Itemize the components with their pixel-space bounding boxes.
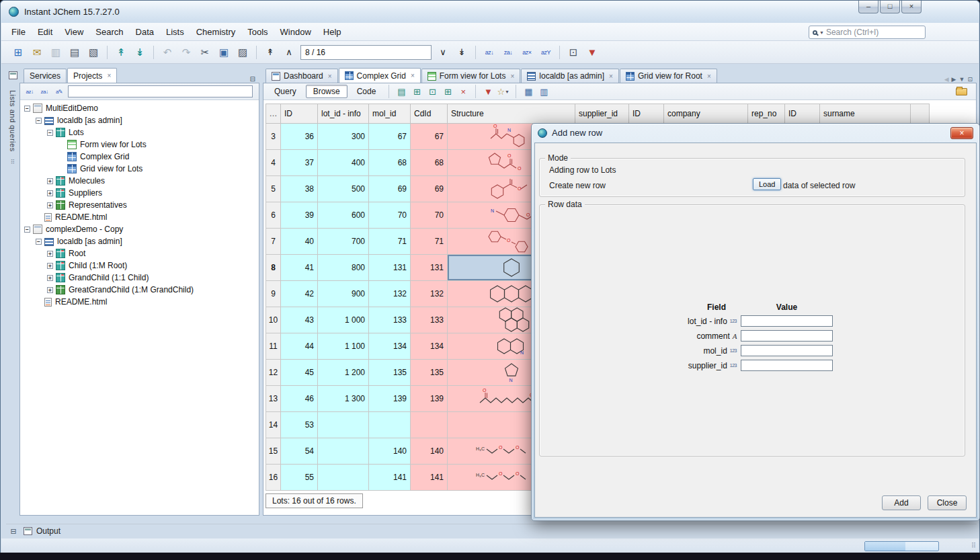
table-view-icon[interactable]: ▦ <box>522 87 535 97</box>
window-group-icon[interactable]: ⊡ <box>565 44 582 61</box>
open-folder-icon[interactable] <box>956 88 967 95</box>
cell-cdid[interactable]: 140 <box>411 438 448 465</box>
cut-icon[interactable]: ✂ <box>196 44 214 61</box>
favorites-dropdown[interactable]: ☆▼ <box>497 87 510 97</box>
edit-row-icon[interactable]: ▤ <box>395 87 408 97</box>
cell-mol-id[interactable]: 139 <box>369 386 411 412</box>
browse-mode-button[interactable]: Browse <box>306 85 348 98</box>
db-export-icon[interactable]: ↡ <box>131 44 149 61</box>
cell-id[interactable]: 43 <box>281 307 318 333</box>
column-header-surname[interactable]: surname <box>820 104 911 124</box>
add-row-icon[interactable]: ⊞ <box>410 87 423 97</box>
cell-mol-id[interactable]: 140 <box>369 438 411 465</box>
expander-icon[interactable]: + <box>47 202 53 208</box>
db-import-icon[interactable]: ↟ <box>112 44 130 61</box>
cell-cdid[interactable]: 134 <box>411 333 448 360</box>
resize-grip-icon[interactable]: ⠿ <box>971 542 976 549</box>
row-number[interactable]: 15 <box>266 438 281 465</box>
menu-file[interactable]: File <box>5 25 32 39</box>
minimize-button[interactable]: – <box>858 1 879 13</box>
tree-item-readme-html[interactable]: README.html <box>20 296 259 308</box>
cell-id[interactable]: 41 <box>281 255 318 281</box>
query-mode-button[interactable]: Query <box>267 85 304 98</box>
cell-mol-id[interactable]: 69 <box>369 176 411 202</box>
row-number[interactable]: 8 <box>266 255 281 281</box>
cell-cdid[interactable]: 139 <box>411 386 448 412</box>
row-number[interactable]: 12 <box>266 360 281 386</box>
first-record-icon[interactable]: ↟ <box>261 44 279 61</box>
tab-localdb-as-admin[interactable]: localdb [as admin]× <box>521 69 619 83</box>
cell-id[interactable]: 54 <box>281 438 318 465</box>
close-tab-icon[interactable]: × <box>707 73 711 80</box>
maximize-view-icon[interactable]: ⊡ <box>967 76 973 83</box>
expander-icon[interactable]: + <box>47 178 53 184</box>
column-header-supplier-id[interactable]: supplier_id <box>575 104 629 124</box>
column-header-rep-no[interactable]: rep_no <box>748 104 785 124</box>
cell-lot-id[interactable]: 1 000 <box>318 307 369 333</box>
row-number[interactable]: 16 <box>266 465 281 491</box>
titlebar[interactable]: Instant JChem 15.7.27.0 – □ × <box>1 1 979 23</box>
cell-cdid[interactable]: 67 <box>411 124 448 150</box>
row-number[interactable]: 7 <box>266 229 281 255</box>
row-number[interactable]: 10 <box>266 307 281 333</box>
filter-icon[interactable]: ▼ <box>583 44 601 61</box>
dialog-close-icon[interactable]: × <box>950 127 973 139</box>
tree-item-localdb-as-admin[interactable]: −localdb [as admin] <box>20 235 259 247</box>
minimize-panel-icon[interactable]: ⊟ <box>250 75 255 83</box>
cell-id[interactable]: 42 <box>281 281 318 307</box>
column-header-mol-id[interactable]: mol_id <box>369 104 411 124</box>
scroll-tabs-left-icon[interactable]: ◀ <box>944 76 949 83</box>
cell-mol-id[interactable]: 141 <box>369 465 411 491</box>
open-icon[interactable]: ✉ <box>28 44 46 61</box>
menu-window[interactable]: Window <box>274 25 317 39</box>
column-header-company[interactable]: company <box>664 104 748 124</box>
cell-lot-id[interactable]: 1 100 <box>318 333 369 360</box>
column-header-id[interactable]: ID <box>281 104 318 124</box>
scroll-tabs-right-icon[interactable]: ▶ <box>952 76 956 83</box>
cell-id[interactable]: 40 <box>281 229 318 255</box>
code-mode-button[interactable]: Code <box>350 85 384 98</box>
cell-mol-id[interactable]: 67 <box>369 124 411 150</box>
dialog-titlebar[interactable]: Add new row × <box>532 124 979 142</box>
last-record-icon[interactable]: ↡ <box>453 44 471 61</box>
cell-lot-id[interactable]: 1 300 <box>318 386 369 412</box>
tree-item-grid-view-for-lots[interactable]: Grid view for Lots <box>20 163 259 175</box>
search-dropdown-icon[interactable]: ▼ <box>819 30 824 35</box>
tree-item-grandchild-1-1-child[interactable]: +GrandChild (1:1 Child) <box>20 272 259 284</box>
cell-cdid[interactable]: 131 <box>411 255 448 281</box>
sort-descending-icon[interactable]: za↓ <box>38 89 50 95</box>
tree-item-child-1-m-root[interactable]: +Child (1:M Root) <box>20 259 259 272</box>
cell-mol-id[interactable]: 135 <box>369 360 411 386</box>
cell-id[interactable]: 44 <box>281 333 318 360</box>
cell-mol-id[interactable]: 133 <box>369 307 411 333</box>
mol-id-input[interactable] <box>741 345 833 356</box>
cell-id[interactable]: 55 <box>281 465 318 491</box>
row-number[interactable]: 4 <box>266 150 281 176</box>
cell-cdid[interactable] <box>411 412 448 438</box>
cell-mol-id[interactable]: 68 <box>369 150 411 176</box>
redo-icon[interactable]: ↷ <box>177 44 195 61</box>
add-row-ci-icon[interactable]: ⊞ <box>441 87 454 97</box>
expander-icon[interactable]: + <box>47 251 53 257</box>
cell-id[interactable]: 36 <box>281 124 318 150</box>
dock-window-icon[interactable] <box>9 71 17 79</box>
cell-id[interactable]: 46 <box>281 386 318 412</box>
cell-cdid[interactable]: 68 <box>411 150 448 176</box>
cell-lot-id[interactable]: 300 <box>318 124 369 150</box>
row-number[interactable]: 3 <box>266 124 281 150</box>
paste-icon[interactable]: ▨ <box>234 44 251 61</box>
cell-id[interactable]: 39 <box>281 202 318 229</box>
cell-cdid[interactable]: 69 <box>411 176 448 202</box>
close-tab-icon[interactable]: × <box>107 72 111 79</box>
expander-icon[interactable]: − <box>24 106 30 112</box>
tree-item-representatives[interactable]: +Representatives <box>20 199 259 211</box>
dialog-close-button[interactable]: Close <box>928 495 967 510</box>
close-tab-icon[interactable]: × <box>510 73 514 80</box>
cell-lot-id[interactable]: 1 200 <box>318 360 369 386</box>
row-number[interactable]: 11 <box>266 333 281 360</box>
column-header-id[interactable]: ID <box>629 104 664 124</box>
tree-item-readme-html[interactable]: README.html <box>20 211 259 223</box>
cell-mol-id[interactable]: 134 <box>369 333 411 360</box>
cell-lot-id[interactable] <box>318 412 369 438</box>
cell-mol-id[interactable]: 132 <box>369 281 411 307</box>
